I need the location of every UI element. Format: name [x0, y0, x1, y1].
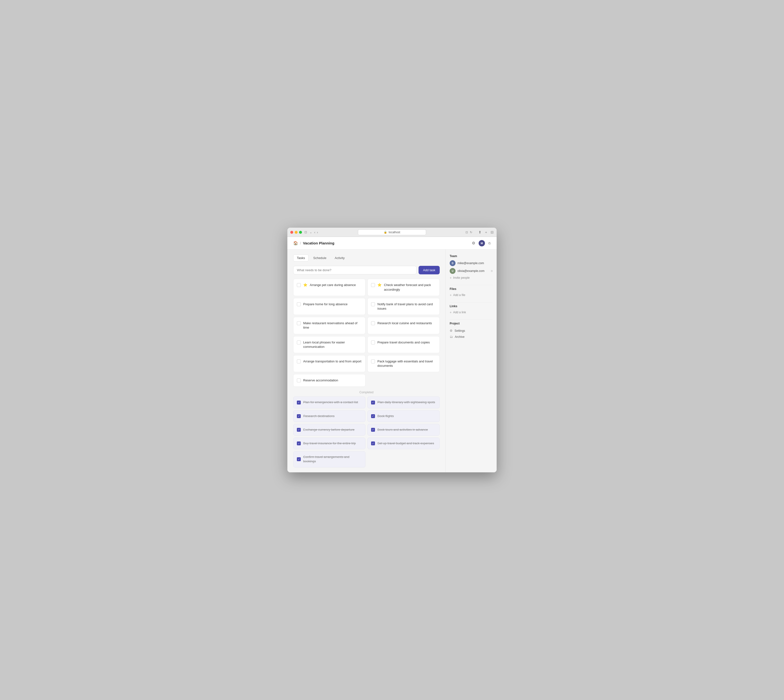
- task-checkbox-11[interactable]: [297, 378, 301, 382]
- close-button[interactable]: [290, 231, 293, 234]
- invite-people-button[interactable]: + Invite people: [450, 276, 493, 280]
- project-settings-item[interactable]: ⚙ Settings: [450, 328, 493, 334]
- add-task-button[interactable]: Add task: [419, 266, 440, 274]
- task-card-2[interactable]: ⭐ Check weather forecast and pack accord…: [367, 279, 440, 296]
- grid-spacer: [367, 374, 440, 387]
- back-button[interactable]: ‹: [314, 230, 315, 234]
- tab-schedule[interactable]: Schedule: [310, 254, 330, 262]
- minimize-button[interactable]: [295, 231, 298, 234]
- project-section: Project ⚙ Settings 🗂 Archive: [450, 322, 493, 340]
- completed-text-4: Book flights: [377, 414, 394, 418]
- breadcrumb-separator: /: [300, 241, 301, 245]
- completed-checkbox-3[interactable]: ✓: [297, 414, 301, 418]
- archive-icon: 🗂: [450, 335, 453, 338]
- member-email-0: mike@example.com: [457, 262, 493, 265]
- completed-text-8: Set up travel budget and track expenses: [377, 441, 434, 446]
- task-card-6[interactable]: Research local cuisine and restaurants: [367, 317, 440, 334]
- task-checkbox-5[interactable]: [297, 321, 301, 325]
- settings-icon[interactable]: ⚙: [472, 241, 475, 245]
- task-checkbox-10[interactable]: [371, 360, 375, 363]
- completed-checkbox-5[interactable]: ✓: [297, 428, 301, 432]
- completed-checkbox-7[interactable]: ✓: [297, 442, 301, 445]
- completed-checkbox-6[interactable]: ✓: [371, 428, 375, 432]
- completed-grid: ✓ Plan for emergencies with a contact li…: [293, 397, 440, 467]
- task-checkbox-8[interactable]: [371, 340, 375, 344]
- task-checkbox-6[interactable]: [371, 321, 375, 325]
- task-card-3[interactable]: Prepare home for long absence: [293, 298, 365, 315]
- plus-icon: +: [450, 276, 452, 280]
- completed-card-2[interactable]: ✓ Plan daily itinerary with sightseeing …: [367, 397, 440, 408]
- tabs-icon[interactable]: ⊟: [490, 230, 494, 235]
- completed-checkbox-8[interactable]: ✓: [371, 442, 375, 445]
- task-text-6: Research local cuisine and restaurants: [377, 321, 432, 325]
- completed-card-9[interactable]: ✓ Confirm travel arrangements and bookin…: [293, 451, 365, 467]
- task-card-11[interactable]: Reserve accommodation: [293, 374, 365, 387]
- member-status-1: [491, 270, 493, 272]
- task-checkbox-2[interactable]: [371, 283, 375, 287]
- member-avatar-1: U: [450, 268, 455, 274]
- address-bar[interactable]: 🔒 localhost: [358, 229, 426, 235]
- share-icon[interactable]: ⬆: [479, 230, 482, 235]
- links-section: Links + Add a link: [450, 305, 493, 314]
- app-window: ⊡ ⌄ ‹ › 🔒 localhost ⊡ ↻ ⬆ + ⊟ 🏠 / Vacati…: [287, 228, 497, 472]
- header-right: ⚙ M ⎋: [472, 240, 491, 247]
- task-input[interactable]: [293, 266, 417, 274]
- task-text-11: Reserve accommodation: [303, 378, 338, 383]
- task-checkbox-9[interactable]: [297, 360, 301, 363]
- task-text-3: Prepare home for long absence: [303, 302, 347, 307]
- member-email-1: olivia@example.com: [457, 269, 489, 273]
- task-checkbox-3[interactable]: [297, 302, 301, 306]
- task-text-1: Arrange pet care during absence: [310, 283, 356, 287]
- app-header: 🏠 / Vacation Planning ⚙ M ⎋: [287, 237, 497, 250]
- task-text-9: Arrange transportation to and from airpo…: [303, 359, 361, 363]
- task-checkbox-7[interactable]: [297, 340, 301, 344]
- task-card-10[interactable]: Pack luggage with essentials and travel …: [367, 355, 440, 372]
- task-card-1[interactable]: ⭐ Arrange pet care during absence: [293, 279, 365, 296]
- completed-checkbox-4[interactable]: ✓: [371, 414, 375, 418]
- title-bar: ⊡ ⌄ ‹ › 🔒 localhost ⊡ ↻ ⬆ + ⊟: [287, 228, 497, 237]
- task-card-9[interactable]: Arrange transportation to and from airpo…: [293, 355, 365, 372]
- forward-button[interactable]: ›: [317, 230, 318, 234]
- task-card-4[interactable]: Notify bank of travel plans to avoid car…: [367, 298, 440, 315]
- add-link-button[interactable]: + Add a link: [450, 310, 493, 314]
- sidebar: Team D mike@example.com U olivia@example…: [445, 250, 497, 472]
- task-text-4: Notify bank of travel plans to avoid car…: [377, 302, 436, 311]
- maximize-button[interactable]: [299, 231, 302, 234]
- refresh-icon[interactable]: ↻: [470, 230, 472, 234]
- completed-card-4[interactable]: ✓ Book flights: [367, 410, 440, 422]
- member-avatar-0: D: [450, 260, 455, 266]
- add-file-button[interactable]: + Add a file: [450, 293, 493, 297]
- task-checkbox-1[interactable]: [297, 283, 301, 287]
- completed-checkbox-9[interactable]: ✓: [297, 457, 301, 461]
- completed-checkbox-2[interactable]: ✓: [371, 401, 375, 405]
- completed-card-5[interactable]: ✓ Exchange currency before departure: [293, 424, 365, 436]
- completed-card-1[interactable]: ✓ Plan for emergencies with a contact li…: [293, 397, 365, 408]
- home-icon[interactable]: 🏠: [293, 241, 298, 245]
- tab-icon[interactable]: ⊡: [304, 230, 307, 234]
- completed-card-3[interactable]: ✓ Research destinations: [293, 410, 365, 422]
- reader-icon[interactable]: ⊡: [465, 230, 468, 234]
- task-card-5[interactable]: Make restaurant reservations ahead of ti…: [293, 317, 365, 334]
- tab-expand-icon[interactable]: ⌄: [310, 230, 312, 234]
- links-section-title: Links: [450, 305, 493, 308]
- user-avatar[interactable]: M: [479, 240, 485, 247]
- task-card-8[interactable]: Prepare travel documents and copies: [367, 336, 440, 353]
- project-section-title: Project: [450, 322, 493, 325]
- completed-checkbox-1[interactable]: ✓: [297, 401, 301, 405]
- tab-activity[interactable]: Activity: [331, 254, 348, 262]
- star-icon-1: ⭐: [303, 283, 307, 287]
- task-card-7[interactable]: Learn local phrases for easier communica…: [293, 336, 365, 353]
- logout-icon[interactable]: ⎋: [488, 241, 491, 245]
- tab-tasks[interactable]: Tasks: [293, 254, 309, 262]
- task-checkbox-4[interactable]: [371, 302, 375, 306]
- project-archive-item[interactable]: 🗂 Archive: [450, 334, 493, 340]
- nav-controls: ‹ ›: [314, 230, 318, 234]
- task-text-2: Check weather forecast and pack accordin…: [384, 283, 436, 292]
- address-bar-right: ⊡ ↻: [465, 230, 472, 234]
- new-tab-icon[interactable]: +: [485, 230, 487, 234]
- traffic-lights: [290, 231, 302, 234]
- completed-text-3: Research destinations: [303, 414, 335, 418]
- completed-card-6[interactable]: ✓ Book tours and activities in advance: [367, 424, 440, 436]
- completed-card-8[interactable]: ✓ Set up travel budget and track expense…: [367, 438, 440, 449]
- completed-card-7[interactable]: ✓ Buy travel insurance for the entire tr…: [293, 438, 365, 449]
